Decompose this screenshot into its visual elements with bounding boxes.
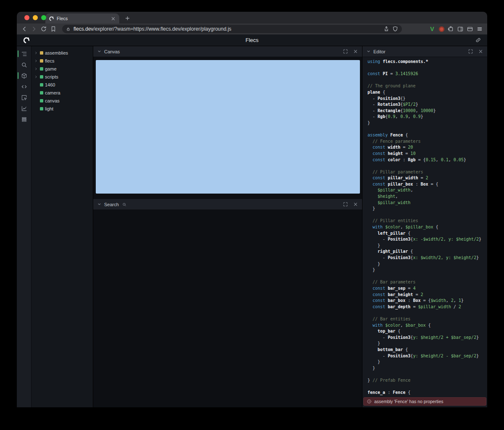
entity-color-swatch (40, 107, 43, 110)
code-line: const bar_height = 2 (368, 292, 487, 298)
tree-item-label: 1460 (45, 82, 55, 87)
tree-item-label: flecs (45, 58, 55, 63)
extensions-puzzle-icon[interactable] (447, 26, 454, 32)
address-bar[interactable]: flecs.dev/explorer/?wasm=https://www.fle… (62, 25, 402, 33)
expand-panel-icon[interactable] (343, 49, 348, 54)
expand-panel-icon[interactable] (468, 49, 473, 54)
canvas-viewport[interactable] (96, 60, 360, 194)
collapse-chevron-icon[interactable] (97, 49, 102, 54)
entity-color-swatch (40, 67, 43, 71)
collapse-chevron-icon[interactable] (97, 202, 102, 207)
share-icon[interactable] (383, 26, 389, 32)
search-icon[interactable] (17, 59, 32, 70)
sidebar-toggle-icon[interactable] (457, 26, 464, 32)
shield-icon[interactable] (392, 26, 398, 32)
entity-color-swatch (40, 75, 43, 79)
close-panel-icon[interactable] (478, 49, 483, 54)
collapse-chevron-icon[interactable] (366, 49, 371, 54)
code-line: left_pillar { (368, 231, 487, 237)
extension-record-icon[interactable] (439, 26, 444, 32)
canvas-panel-body (93, 57, 362, 199)
entity-tree-icon[interactable] (17, 48, 32, 59)
search-panel-title: Search (104, 202, 119, 207)
tree-item-flecs[interactable]: flecs (32, 57, 93, 65)
code-line: $pillar_width, (368, 187, 487, 194)
close-panel-icon[interactable] (353, 202, 358, 207)
error-message: assembly 'Fence' has no properties (374, 399, 444, 404)
chevron-right-icon[interactable] (34, 67, 38, 71)
code-line: with $color, $pillar_box { (368, 224, 487, 231)
tree-item-light[interactable]: light (32, 105, 93, 113)
browser-tab[interactable]: Flecs (45, 13, 119, 24)
info-icon (367, 399, 372, 404)
close-panel-icon[interactable] (353, 49, 358, 54)
reload-button[interactable] (40, 26, 47, 32)
entity-color-swatch (40, 91, 43, 94)
tables-icon[interactable] (17, 114, 32, 125)
code-line: } (368, 359, 487, 365)
tree-item-canvas[interactable]: canvas (32, 97, 93, 105)
new-tab-button[interactable] (124, 15, 131, 21)
back-button[interactable] (21, 26, 28, 32)
code-line (368, 310, 487, 316)
code-line: const pillar_box : Box = { (368, 181, 487, 188)
chevron-right-icon[interactable] (34, 75, 38, 79)
bookmark-icon[interactable] (50, 26, 57, 32)
tree-item-scripts[interactable]: scripts (32, 73, 93, 81)
code-line: } (368, 341, 487, 347)
flecs-favicon-icon (49, 16, 54, 21)
tree-item-camera[interactable]: camera (32, 89, 93, 97)
code-line (368, 383, 487, 390)
inspect-icon[interactable] (17, 92, 32, 103)
forward-button[interactable] (31, 26, 37, 32)
entity-tree-panel: assembliesflecsgamescripts1460cameracanv… (32, 46, 93, 407)
editor-code[interactable]: using flecs.components.* const PI = 3.14… (362, 57, 487, 396)
editor-panel: Editor using flecs.components.* const PI… (362, 46, 487, 407)
window-minimize-button[interactable] (33, 15, 38, 20)
code-line: const bar_box : Box = {$width, 2, 1} (368, 298, 487, 304)
code-line: right_pillar { (368, 249, 487, 255)
code-line: - Rectangle{10000, 10000} (368, 108, 487, 114)
code-line: - Position3{x: $width/2, y: $height/2} (368, 255, 487, 261)
window-zoom-button[interactable] (41, 15, 46, 20)
script-editor-icon[interactable] (17, 81, 32, 92)
canvas-panel-header: Canvas (93, 46, 362, 57)
code-line (368, 77, 487, 84)
wallet-icon[interactable] (467, 26, 473, 32)
menu-icon[interactable] (476, 26, 483, 32)
entity-color-swatch (40, 83, 43, 87)
entity-color-swatch (40, 51, 43, 55)
url-text: flecs.dev/explorer/?wasm=https://www.fle… (74, 26, 381, 32)
chevron-right-icon[interactable] (34, 59, 38, 63)
code-line: const bar_depth = $pillar_width / 2 (368, 304, 487, 310)
search-panel-body[interactable] (93, 210, 362, 407)
flecs-logo-icon[interactable] (23, 37, 30, 44)
tree-indent-spacer (34, 99, 38, 103)
chevron-right-icon[interactable] (34, 51, 38, 55)
url-path: /explorer/?wasm=https://www.flecs.dev/ex… (93, 26, 231, 32)
tree-item-label: scripts (45, 74, 58, 79)
code-line: using flecs.components.* (368, 59, 487, 65)
editor-panel-header: Editor (362, 46, 487, 57)
tree-item-game[interactable]: game (32, 65, 93, 73)
center-column: Canvas Search (93, 46, 362, 407)
tab-close-icon[interactable] (110, 16, 116, 21)
expand-panel-icon[interactable] (343, 202, 348, 207)
entity-tree: assembliesflecsgamescripts1460cameracanv… (32, 49, 93, 113)
window-close-button[interactable] (24, 15, 29, 20)
code-line: plane { (368, 89, 487, 96)
search-icon (122, 202, 126, 207)
scene-canvas-icon[interactable] (17, 70, 32, 81)
extension-v-icon[interactable]: V (428, 26, 436, 32)
tree-item-label: assemblies (45, 50, 68, 55)
tree-indent-spacer (34, 107, 38, 111)
code-line: - Position3{} (368, 96, 487, 102)
browser-toolbar: flecs.dev/explorer/?wasm=https://www.fle… (17, 24, 487, 34)
statistics-icon[interactable] (17, 103, 32, 114)
editor-panel-title: Editor (373, 49, 386, 54)
tree-item-assemblies[interactable]: assemblies (32, 49, 93, 57)
code-line: const PI = 3.1415926 (368, 71, 487, 77)
link-icon[interactable] (475, 37, 481, 43)
tree-item-1460[interactable]: 1460 (32, 81, 93, 89)
code-line (368, 273, 487, 280)
